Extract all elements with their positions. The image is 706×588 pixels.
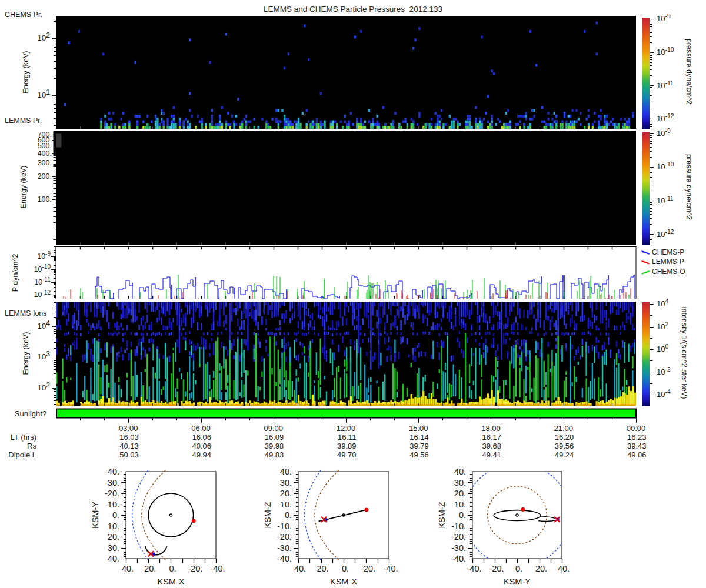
svg-text:-20.: -20. bbox=[361, 564, 375, 573]
svg-text:40.: 40. bbox=[122, 564, 134, 573]
svg-text:30.: 30. bbox=[454, 478, 466, 487]
svg-text:49.24: 49.24 bbox=[555, 450, 574, 459]
svg-text:-20.: -20. bbox=[188, 564, 202, 573]
svg-text:39.68: 39.68 bbox=[482, 442, 501, 450]
svg-text:0.: 0. bbox=[169, 564, 176, 573]
svg-text:12:00: 12:00 bbox=[337, 424, 356, 433]
svg-text:20.: 20. bbox=[454, 489, 466, 498]
svg-text:50.03: 50.03 bbox=[119, 450, 139, 459]
svg-text:KSM-Y: KSM-Y bbox=[91, 502, 100, 529]
svg-text:16.11: 16.11 bbox=[338, 433, 357, 442]
svg-text:KSM-Z: KSM-Z bbox=[263, 502, 272, 528]
svg-text:39.89: 39.89 bbox=[337, 442, 357, 450]
svg-text:20.: 20. bbox=[108, 532, 119, 542]
svg-text:0.: 0. bbox=[515, 564, 522, 573]
svg-text:-20.: -20. bbox=[105, 489, 119, 498]
svg-text:0.: 0. bbox=[459, 510, 466, 520]
svg-text:pressure dyne/cm^2: pressure dyne/cm^2 bbox=[685, 154, 693, 220]
svg-text:39.43: 39.43 bbox=[627, 442, 647, 450]
svg-text:39.79: 39.79 bbox=[409, 442, 429, 450]
svg-text:49.83: 49.83 bbox=[265, 450, 284, 459]
svg-text:100.: 100. bbox=[38, 195, 52, 203]
svg-text:-20.: -20. bbox=[277, 532, 292, 542]
svg-text:16.06: 16.06 bbox=[192, 433, 211, 442]
svg-text:Sunlight?: Sunlight? bbox=[15, 409, 46, 418]
svg-text:0.: 0. bbox=[285, 510, 292, 520]
svg-text:20.: 20. bbox=[317, 564, 328, 573]
svg-text:16.09: 16.09 bbox=[265, 433, 284, 442]
svg-text:300.: 300. bbox=[38, 159, 52, 167]
svg-text:-10.: -10. bbox=[105, 500, 119, 509]
svg-text:KSM-Z: KSM-Z bbox=[437, 502, 447, 528]
svg-text:30.: 30. bbox=[280, 478, 292, 487]
svg-text:10.: 10. bbox=[108, 522, 119, 531]
svg-text:16.23: 16.23 bbox=[627, 433, 647, 442]
svg-text:10.: 10. bbox=[280, 500, 292, 509]
svg-text:LEMMS-P: LEMMS-P bbox=[652, 258, 684, 266]
svg-text:-40.: -40. bbox=[211, 564, 225, 573]
svg-text:LEMMS Pr.: LEMMS Pr. bbox=[5, 116, 42, 125]
svg-text:CHEMS-O: CHEMS-O bbox=[652, 268, 685, 276]
svg-text:16.20: 16.20 bbox=[555, 433, 574, 442]
svg-text:18:00: 18:00 bbox=[481, 424, 501, 433]
svg-text:40.06: 40.06 bbox=[192, 442, 211, 450]
svg-text:30.: 30. bbox=[108, 543, 119, 553]
svg-text:0.: 0. bbox=[342, 564, 349, 573]
svg-text:-40.: -40. bbox=[105, 467, 119, 476]
svg-text:40.13: 40.13 bbox=[119, 442, 139, 450]
svg-text:49.41: 49.41 bbox=[482, 450, 501, 459]
svg-text:49.06: 49.06 bbox=[627, 450, 647, 459]
svg-text:03:00: 03:00 bbox=[119, 424, 138, 433]
svg-text:Dipole L: Dipole L bbox=[8, 450, 36, 459]
svg-text:-30.: -30. bbox=[105, 478, 119, 487]
svg-text:-20.: -20. bbox=[489, 564, 504, 573]
svg-text:KSM-X: KSM-X bbox=[330, 577, 357, 586]
svg-text:20.: 20. bbox=[535, 564, 547, 573]
svg-text:CHEMS-P: CHEMS-P bbox=[652, 248, 684, 256]
svg-text:20.: 20. bbox=[144, 564, 156, 573]
svg-text:Energy (keV): Energy (keV) bbox=[22, 51, 30, 94]
svg-text:21:00: 21:00 bbox=[554, 424, 573, 433]
svg-text:-40.: -40. bbox=[277, 554, 292, 563]
svg-text:-40.: -40. bbox=[451, 554, 466, 563]
svg-text:Rs: Rs bbox=[27, 442, 36, 450]
svg-text:Energy (keV): Energy (keV) bbox=[19, 166, 28, 209]
svg-text:20.: 20. bbox=[280, 489, 292, 498]
svg-text:LEMMS Ions: LEMMS Ions bbox=[5, 309, 47, 318]
svg-text:LT (hrs): LT (hrs) bbox=[11, 433, 36, 442]
svg-text:-30.: -30. bbox=[451, 543, 466, 553]
svg-text:40.: 40. bbox=[280, 467, 292, 476]
svg-text:LEMMS and CHEMS Particle Press: LEMMS and CHEMS Particle Pressures 2012:… bbox=[264, 5, 442, 14]
svg-text:-30.: -30. bbox=[277, 543, 292, 553]
svg-text:-40.: -40. bbox=[384, 564, 398, 573]
svg-text:15:00: 15:00 bbox=[409, 424, 428, 433]
svg-text:200.: 200. bbox=[38, 172, 52, 181]
svg-text:P dyn/cm^2: P dyn/cm^2 bbox=[11, 254, 19, 292]
svg-text:Energy (keV): Energy (keV) bbox=[22, 332, 30, 375]
svg-text:CHEMS Pr.: CHEMS Pr. bbox=[5, 11, 42, 19]
svg-text:400.: 400. bbox=[38, 149, 52, 158]
svg-text:16.17: 16.17 bbox=[482, 433, 501, 442]
svg-text:intensity 1/(s cm^2 ster keV): intensity 1/(s cm^2 ster keV) bbox=[680, 307, 688, 399]
svg-text:40.: 40. bbox=[454, 467, 466, 476]
svg-text:49.70: 49.70 bbox=[337, 450, 357, 459]
svg-text:49.94: 49.94 bbox=[192, 450, 211, 459]
svg-text:KSM-X: KSM-X bbox=[158, 577, 185, 586]
svg-text:09:00: 09:00 bbox=[264, 424, 283, 433]
svg-text:00:00: 00:00 bbox=[627, 424, 646, 433]
svg-text:49.56: 49.56 bbox=[409, 450, 429, 459]
svg-text:16.14: 16.14 bbox=[409, 433, 429, 442]
svg-text:10.: 10. bbox=[454, 500, 466, 509]
svg-text:-10.: -10. bbox=[277, 522, 292, 531]
svg-text:-10.: -10. bbox=[451, 522, 466, 531]
svg-text:KSM-Y: KSM-Y bbox=[504, 577, 531, 586]
svg-text:39.56: 39.56 bbox=[555, 442, 574, 450]
svg-text:39.98: 39.98 bbox=[265, 442, 284, 450]
svg-text:16.03: 16.03 bbox=[119, 433, 139, 442]
svg-text:06:00: 06:00 bbox=[191, 424, 211, 433]
svg-text:0.: 0. bbox=[112, 510, 119, 520]
svg-text:40.: 40. bbox=[294, 564, 306, 573]
svg-text:-20.: -20. bbox=[451, 532, 466, 542]
svg-text:40.: 40. bbox=[558, 564, 570, 573]
svg-text:-40.: -40. bbox=[467, 564, 482, 573]
